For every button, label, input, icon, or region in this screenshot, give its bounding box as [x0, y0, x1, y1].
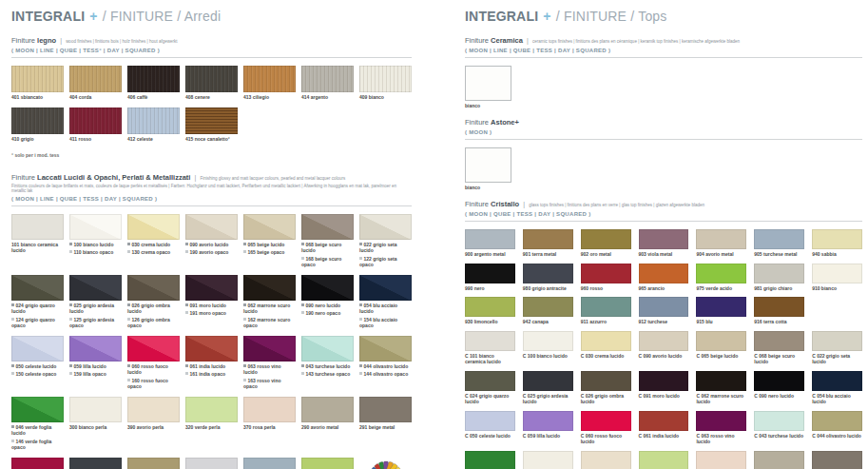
swatch-label-text: C 090 nero lucido	[754, 393, 794, 399]
swatch-label: 068 beige scuro lucido	[301, 242, 354, 254]
swatch-cell: 063 rosso vino lucido163 rosso vino opac…	[243, 336, 296, 390]
swatch-cell: 240 verde salvia metal	[301, 458, 354, 469]
color-swatch	[185, 458, 238, 469]
models-list: ( MOON | LINE | QUBE | TESS | DAY | SQUA…	[465, 48, 862, 53]
swatch-label: C 025 grigio ardesia lucido	[523, 393, 573, 405]
grid-spacer	[812, 297, 862, 325]
swatch-label-text: 150 celeste opaco	[16, 371, 57, 377]
swatch-label: C 044 olivastro lucido	[812, 433, 862, 440]
swatch-label: 168 beige scuro opaco	[301, 256, 354, 268]
swatch-label-text: 411 rosso	[69, 136, 91, 142]
swatch-label: C 090 nero lucido	[754, 393, 804, 400]
swatch-label-text: 912 turchese	[639, 319, 668, 324]
color-swatch	[465, 66, 511, 101]
models-list: ( MOON | LINE | QUBE | TESS° | DAY | SQU…	[11, 48, 412, 53]
swatch-label-text: 060 rosso fuoco lucido	[127, 363, 168, 376]
swatch-cell: 024 grigio quarzo lucido124 grigio quarz…	[11, 275, 64, 329]
swatch-cell: 410 grigio	[11, 107, 64, 143]
brand-text: INTEGRALI	[11, 9, 85, 24]
swatch-cell: 101 bianco ceramica lucido	[11, 214, 64, 268]
swatch-label: 406 caffè	[127, 94, 180, 101]
swatch-label-text: 414 argento	[301, 94, 328, 100]
swatch-label: 411 rosso	[69, 136, 122, 143]
gloss-finish-icon	[359, 243, 362, 245]
swatch-label-text: 050 celeste lucido	[16, 363, 57, 369]
swatch-label-text: C 065 beige lucido	[696, 353, 738, 359]
swatch-cell: 220 alluminio metal	[185, 458, 238, 469]
swatch-cell: 411 rosso	[69, 107, 122, 143]
gloss-finish-icon	[11, 425, 14, 428]
swatch-label: 144 olivastro opaco	[359, 371, 412, 378]
swatch-label-text: 126 grigio ombra opaco	[127, 317, 170, 329]
color-swatch	[581, 411, 631, 431]
swatch-label-text: 090 nero lucido	[306, 303, 341, 308]
section-divider	[11, 57, 412, 58]
swatch-label-text: 162 marrone scuro opaco	[243, 317, 290, 329]
ceramica-swatch-cell: bianco	[465, 66, 862, 108]
color-swatch	[69, 107, 122, 134]
swatch-label: 059 lilla lucido	[69, 363, 122, 370]
swatch-label: 410 grigio	[11, 136, 64, 143]
swatch-label-text: 410 grigio	[11, 136, 34, 142]
swatch-cell: C 043 turchese lucido	[754, 411, 804, 445]
swatch-label: 916 terra cotta	[754, 319, 804, 325]
swatch-cell: 043 turchese lucido143 turchese opaco	[301, 336, 354, 390]
swatch-label: C 062 marrone scuro lucido	[696, 393, 746, 405]
swatch-label: 290 avorio metal	[301, 424, 354, 431]
swatch-label-text: 044 olivastro lucido	[364, 363, 409, 369]
swatch-label-text: C 044 olivastro lucido	[812, 433, 861, 439]
swatch-cell: C 300 bianco perla	[523, 451, 573, 469]
swatch-cell: C 054 blu acciaio lucido	[812, 371, 862, 405]
section-ceramica: Finiture Ceramica | ceramic tops finishe…	[465, 36, 862, 108]
swatch-label-text: 960 rosso	[581, 285, 603, 291]
swatch-label-text: 975 verde acido	[696, 285, 732, 291]
swatch-label: 101 bianco ceramica lucido	[11, 242, 64, 254]
color-swatch	[639, 411, 689, 431]
swatch-label: 370 rosa perla	[243, 424, 296, 431]
brand-text: INTEGRALI	[465, 9, 538, 24]
matte-finish-icon	[243, 250, 246, 253]
divider-bar: |	[193, 174, 199, 181]
color-swatch	[696, 229, 746, 249]
swatch-cell: 942 canapa	[523, 297, 573, 325]
swatch-cell: 091 moro lucido191 moro opaco	[185, 275, 238, 329]
swatch-label: 025 grigio ardesia lucido	[69, 303, 122, 315]
color-swatch	[465, 371, 515, 391]
swatch-label-text: 413 ciliegio	[243, 94, 269, 100]
swatch-label-text: 125 grigio ardesia opaco	[69, 317, 114, 329]
swatch-cell: 044 olivastro lucido144 olivastro opaco	[359, 336, 412, 390]
models-list: ( MOON | QUBE | TESS | DAY | SQUARED )	[465, 211, 862, 217]
swatch-cell: 980 grigio antracite	[523, 264, 573, 292]
lacquer-swatch-grid: 101 bianco ceramica lucido100 bianco luc…	[11, 214, 412, 469]
swatch-label: 044 olivastro lucido	[359, 363, 412, 370]
section-cristallo: Finiture Cristallo | glass tops finishes…	[465, 200, 862, 469]
color-swatch	[185, 336, 238, 362]
matte-finish-icon	[69, 372, 72, 375]
color-swatch	[11, 275, 64, 301]
swatch-label-text: 406 caffè	[127, 94, 147, 100]
gloss-finish-icon	[185, 303, 188, 306]
ral-fan-swatch	[359, 458, 412, 469]
color-swatch	[812, 331, 862, 351]
swatch-label: C 065 beige lucido	[696, 353, 746, 360]
section-legno-header: Finiture legno | wood finishes | finitio…	[11, 36, 412, 46]
swatch-label-text: 130 crema opaco	[132, 249, 171, 255]
swatch-label-text: 981 grigio chiaro	[754, 285, 792, 291]
gloss-finish-icon	[11, 303, 14, 306]
color-swatch	[69, 458, 122, 469]
wood-swatch-grid: 401 sbiancato404 corda406 caffè408 cener…	[11, 66, 412, 142]
swatch-cell: 975 verde acido	[696, 264, 746, 292]
color-swatch	[696, 297, 746, 317]
divider-bar: |	[521, 201, 527, 207]
section-title: Ceramica	[491, 36, 523, 45]
swatch-label: 912 turchese	[639, 319, 689, 325]
swatch-cell: 901 terra metal	[523, 229, 573, 258]
swatch-label-text: 930 limoncello	[465, 319, 497, 324]
swatch-label: C 068 beige scuro lucido	[754, 353, 804, 365]
swatch-label: 940 sabbia	[812, 251, 862, 258]
section-label: Finiture	[11, 36, 35, 45]
swatch-cell: C 030 crema lucido	[581, 331, 631, 365]
color-swatch	[465, 264, 515, 283]
catalog-page: INTEGRALI + / FINITURE / Arredi Finiture…	[0, 0, 868, 469]
swatch-cell: 054 blu acciaio lucido154 blu acciaio op…	[359, 275, 412, 329]
